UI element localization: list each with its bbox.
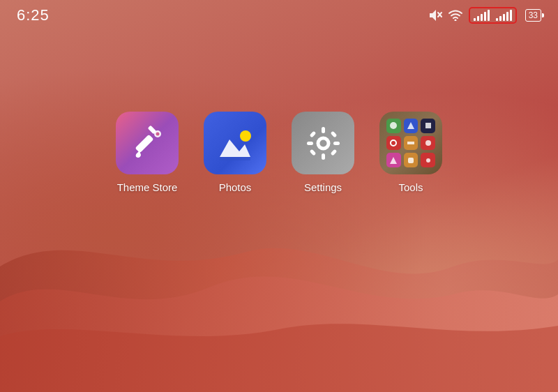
wallpaper-wave bbox=[0, 211, 558, 392]
svg-rect-14 bbox=[309, 130, 316, 137]
tool-cell bbox=[386, 136, 401, 151]
svg-rect-22 bbox=[407, 142, 414, 144]
tool-cell bbox=[386, 119, 401, 133]
signal-bar bbox=[506, 12, 508, 21]
svg-point-21 bbox=[391, 140, 396, 146]
tools-label: Tools bbox=[398, 181, 423, 193]
theme-store-icon[interactable] bbox=[116, 112, 179, 174]
signal-bar bbox=[488, 10, 490, 21]
battery-indicator: 33 bbox=[525, 9, 541, 22]
battery-level: 33 bbox=[525, 9, 541, 22]
clock: 6:25 bbox=[17, 6, 50, 24]
signal-bar bbox=[474, 18, 476, 21]
tool-cell bbox=[421, 136, 435, 151]
mute-icon bbox=[428, 9, 442, 22]
signal-bar bbox=[484, 12, 486, 21]
svg-rect-20 bbox=[425, 123, 431, 128]
status-icons: 33 bbox=[428, 7, 541, 24]
app-theme-store[interactable]: Theme Store bbox=[116, 112, 179, 193]
svg-rect-11 bbox=[322, 153, 325, 160]
svg-point-2 bbox=[454, 20, 456, 22]
tool-cell bbox=[421, 119, 435, 133]
apps-grid: Theme Store Photos bbox=[0, 112, 558, 193]
svg-point-26 bbox=[426, 158, 430, 163]
svg-rect-16 bbox=[309, 149, 316, 156]
photos-label: Photos bbox=[219, 181, 252, 193]
svg-point-7 bbox=[240, 130, 251, 142]
wifi-icon bbox=[448, 10, 463, 21]
svg-rect-17 bbox=[330, 149, 337, 156]
signal-bar bbox=[499, 16, 502, 21]
svg-point-6 bbox=[156, 132, 159, 135]
signal-bar bbox=[496, 18, 498, 21]
signal-bars-group2 bbox=[496, 10, 512, 21]
tool-cell bbox=[404, 153, 418, 167]
signal-highlight-box bbox=[469, 7, 517, 24]
photos-icon[interactable] bbox=[204, 112, 266, 174]
tool-cell bbox=[404, 119, 418, 133]
settings-label: Settings bbox=[304, 181, 342, 193]
tools-icon[interactable] bbox=[379, 112, 442, 174]
tool-cell bbox=[404, 136, 418, 151]
svg-marker-19 bbox=[407, 122, 414, 129]
svg-rect-10 bbox=[322, 127, 325, 133]
app-tools[interactable]: Tools bbox=[379, 112, 442, 193]
app-settings[interactable]: Settings bbox=[292, 112, 354, 193]
svg-rect-12 bbox=[307, 142, 313, 145]
svg-point-23 bbox=[425, 140, 431, 146]
signal-bar bbox=[481, 14, 483, 21]
signal-bars-group1 bbox=[474, 10, 490, 21]
tool-cell bbox=[421, 153, 435, 167]
status-bar: 6:25 bbox=[0, 0, 558, 31]
svg-rect-25 bbox=[408, 158, 414, 163]
tool-cell bbox=[386, 153, 401, 167]
signal-bar bbox=[510, 10, 512, 21]
signal-bar bbox=[477, 16, 479, 21]
app-photos[interactable]: Photos bbox=[204, 112, 266, 193]
svg-rect-4 bbox=[135, 134, 153, 153]
settings-icon[interactable] bbox=[292, 112, 354, 174]
svg-rect-13 bbox=[333, 142, 340, 145]
theme-store-label: Theme Store bbox=[117, 181, 178, 193]
svg-marker-24 bbox=[390, 157, 397, 164]
svg-point-18 bbox=[390, 122, 397, 129]
signal-bar bbox=[503, 14, 505, 21]
svg-rect-15 bbox=[330, 130, 337, 137]
svg-point-9 bbox=[319, 140, 326, 146]
